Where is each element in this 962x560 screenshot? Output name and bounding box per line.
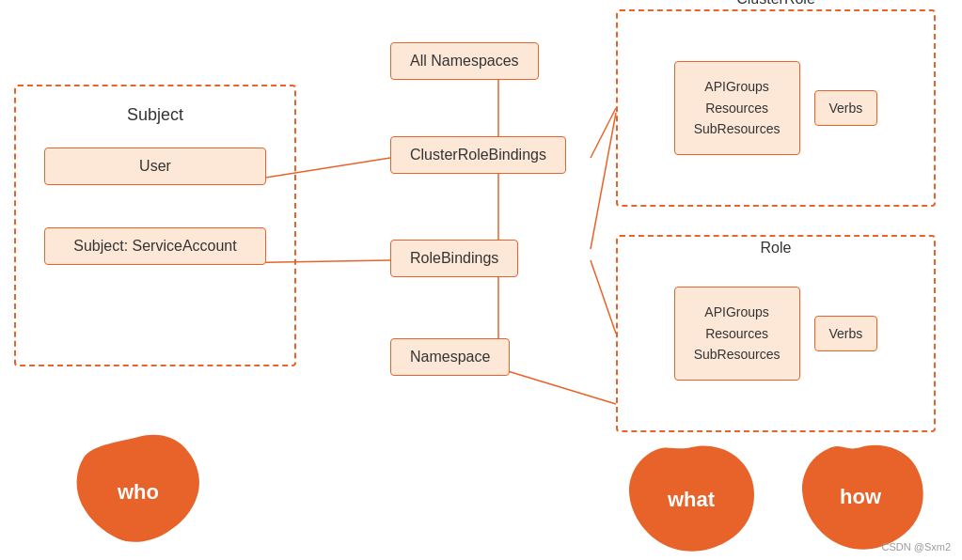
role-api-groups-box: APIGroupsResourcesSubResources [674, 287, 800, 380]
namespace-label: Namespace [410, 349, 490, 365]
cluster-role-api-groups-label: APIGroupsResourcesSubResources [694, 79, 781, 136]
all-namespaces-box: All Namespaces [390, 42, 539, 80]
what-blob: what [616, 440, 766, 557]
role-container: APIGroupsResourcesSubResources Verbs [616, 235, 936, 432]
cluster-role-bindings-label: ClusterRoleBindings [410, 147, 546, 163]
diagram-container: Subject User Subject: ServiceAccount All… [0, 0, 962, 560]
subject-title: Subject [127, 105, 183, 125]
svg-text:what: what [667, 488, 716, 511]
namespace-box: Namespace [390, 338, 510, 376]
svg-text:who: who [117, 480, 159, 504]
cluster-role-container: APIGroupsResourcesSubResources Verbs [616, 9, 936, 207]
service-account-label: Subject: ServiceAccount [73, 238, 236, 254]
svg-line-5 [591, 108, 616, 158]
user-label: User [139, 158, 171, 174]
service-account-box: Subject: ServiceAccount [44, 227, 266, 265]
user-box: User [44, 148, 266, 185]
svg-line-8 [498, 368, 616, 404]
who-blob: who [71, 428, 207, 550]
svg-line-7 [591, 113, 616, 249]
role-bindings-box: RoleBindings [390, 240, 518, 277]
role-verbs-box: Verbs [814, 316, 878, 351]
svg-text:how: how [840, 485, 882, 508]
cluster-role-api-groups-box: APIGroupsResourcesSubResources [674, 61, 800, 154]
subject-container: Subject User Subject: ServiceAccount [14, 85, 296, 366]
cluster-role-verbs-box: Verbs [814, 90, 878, 126]
cluster-role-bindings-box: ClusterRoleBindings [390, 136, 566, 174]
watermark: CSDN @Sxm2 [881, 541, 951, 552]
how-blob: how [790, 440, 931, 554]
role-verbs-label: Verbs [829, 326, 863, 341]
svg-line-6 [591, 260, 616, 334]
cluster-role-verbs-label: Verbs [829, 101, 863, 116]
role-bindings-label: RoleBindings [410, 250, 498, 266]
role-api-groups-label: APIGroupsResourcesSubResources [694, 304, 781, 362]
cluster-role-title: ClusterRole [616, 0, 936, 8]
all-namespaces-label: All Namespaces [410, 53, 519, 69]
